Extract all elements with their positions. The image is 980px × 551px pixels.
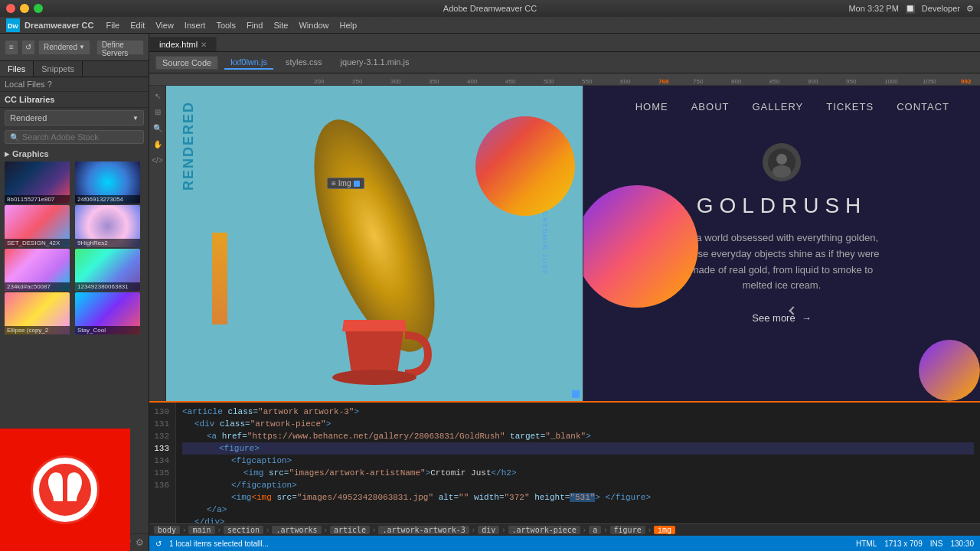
nav-contact[interactable]: CONTACT [897,101,949,112]
zoom-tool[interactable]: 🔍 [151,121,165,135]
nav-tickets[interactable]: TICKETS [826,101,874,112]
app-name: Dreamweaver CC [24,21,94,30]
breadcrumb-a[interactable]: a [589,526,601,534]
menu-insert[interactable]: Insert [185,21,206,30]
code-content[interactable]: <article class="artwork artwork-3"> <div… [176,403,980,523]
ruler: 200 250 300 350 400 450 500 550 600 768 … [149,73,980,86]
menu-file[interactable]: File [106,21,120,30]
menu-view[interactable]: View [155,21,174,30]
title-bar-title: Adobe Dreamweaver CC [443,4,537,13]
graphics-header[interactable]: ▶ Graphics [0,146,149,161]
breadcrumb-figure[interactable]: figure [610,526,645,534]
nav-home[interactable]: HOME [635,101,668,112]
cc-logo-big [27,452,103,528]
graphic-label: 123492380063831 [75,282,140,291]
line-num: 130 [149,406,169,418]
triangle-icon: ▶ [5,151,9,158]
graphic-item[interactable]: SET_DESIGN_42X [5,205,70,247]
close-tab-icon[interactable]: ✕ [201,41,207,49]
breadcrumb-main[interactable]: main [188,526,214,534]
chevron-down-icon: ▼ [132,115,139,122]
status-position: 130:30 [950,540,974,548]
arrow-right-icon: → [802,312,812,324]
breadcrumb-body[interactable]: body [154,526,180,534]
menu-find[interactable]: Find [247,21,263,30]
library-select[interactable]: Rendered ▼ [5,110,144,126]
avatar-icon [766,147,797,178]
graphic-item[interactable]: Ellipse (copy_2 [5,292,70,334]
img-tag-dot [354,181,360,187]
breadcrumb-article[interactable]: article [330,526,370,534]
breadcrumb-artworks[interactable]: .artworks [272,526,321,534]
code-line: </a> [182,504,974,516]
canvas-area: ↖ ⊞ 🔍 ✋ </> ≡ Img RENDERED [149,86,980,401]
close-button[interactable] [6,4,15,13]
graphic-label: 9HighRes2 [75,239,140,247]
traffic-lights[interactable] [6,4,43,13]
cc-libraries-title: CC Libraries [5,95,54,104]
breadcrumb-artwork3[interactable]: .artwork-artwork-3 [378,526,469,534]
breadcrumb-div[interactable]: div [478,526,499,534]
goldrush-title: GOLDRUSH [697,194,867,218]
settings-icon[interactable]: ⚙ [136,537,144,548]
nav-gallery[interactable]: GALLERY [752,101,803,112]
hand-tool[interactable]: ✋ [151,137,165,151]
code-tab-css[interactable]: styles.css [279,56,328,70]
tab-files[interactable]: Files [0,61,34,77]
graphic-item[interactable]: 24f06913273054 [75,161,140,204]
code-tab-js1[interactable]: kxf0lwn.js [224,56,273,70]
graphic-item[interactable]: 123492380063831 [75,249,140,291]
line-numbers: 130 131 132 133 134 135 136 [149,403,176,523]
code-line: <img src="images/artwork-artistName">Crt… [182,467,974,479]
nav-about[interactable]: ABOUT [691,101,730,112]
refresh-btn[interactable]: ↺ [21,40,35,55]
view-toggle-btn[interactable]: ≡ [5,40,18,55]
see-more-link[interactable]: See more → [752,312,811,324]
title-bar: Adobe Dreamweaver CC Mon 3:32 PM 🔲 Devel… [0,0,980,17]
menu-window[interactable]: Window [299,21,328,30]
tab-snippets[interactable]: Snippets [34,61,83,77]
code-line: <article class="artwork artwork-3"> [182,406,974,418]
img-tag-indicator: ≡ Img [327,178,364,189]
maximize-button[interactable] [34,4,43,13]
app-menus[interactable]: File Edit View Insert Tools Find Site Wi… [106,21,358,30]
crop-tool[interactable]: ⊞ [151,105,165,119]
minimize-button[interactable] [20,4,29,13]
line-num: 136 [149,479,169,491]
graphic-item[interactable]: Stay_Cool [75,292,140,334]
arrow-tool[interactable]: ↖ [151,89,165,103]
app-header: Dw Dreamweaver CC File Edit View Insert … [0,17,980,34]
selection-handle [572,390,580,398]
coffee-splash-svg [267,86,482,401]
menu-site[interactable]: Site [273,21,288,30]
breadcrumb-artwork-piece[interactable]: .artwork-piece [508,526,580,534]
svg-point-7 [776,154,787,165]
graphic-item[interactable]: 8b01155271e807 [5,161,70,204]
code-line: </figcaption> [182,479,974,491]
status-right: HTML 1713 x 709 INS 130:30 [856,540,974,548]
side-text: CRTOMIR JUST [541,211,548,275]
source-code-btn[interactable]: Source Code [155,56,218,70]
doc-tab-index[interactable]: index.html ✕ [149,37,217,51]
status-size: 1713 x 709 [884,540,923,548]
graphic-item[interactable]: 234kd#ac50087 [5,249,70,291]
graphic-item[interactable]: 9HighRes2 [75,205,140,247]
doc-tab-label: index.html [159,40,198,49]
breadcrumb-img[interactable]: img [654,526,675,534]
status-sync-icon: ↺ [155,540,162,548]
code-tab-jquery[interactable]: jquery-3.1.1.min.js [335,56,416,70]
define-servers-btn[interactable]: Define Servers [96,40,144,55]
see-more-label: See more [752,312,795,324]
breadcrumb-section[interactable]: section [224,526,263,534]
menu-tools[interactable]: Tools [216,21,236,30]
graphics-grid: 8b01155271e807 24f06913273054 SET_DESIGN… [0,161,149,334]
code-tool[interactable]: </> [151,153,165,167]
search-stock-input[interactable] [22,132,139,142]
rendered-dropdown[interactable]: Rendered ▼ [38,40,90,55]
code-line: <a href="https://www.behance.net/gallery… [182,430,974,442]
line-num: 135 [149,467,169,479]
line-num: 133 [149,442,169,455]
menu-help[interactable]: Help [340,21,358,30]
menu-edit[interactable]: Edit [130,21,145,30]
svg-point-5 [332,370,416,385]
